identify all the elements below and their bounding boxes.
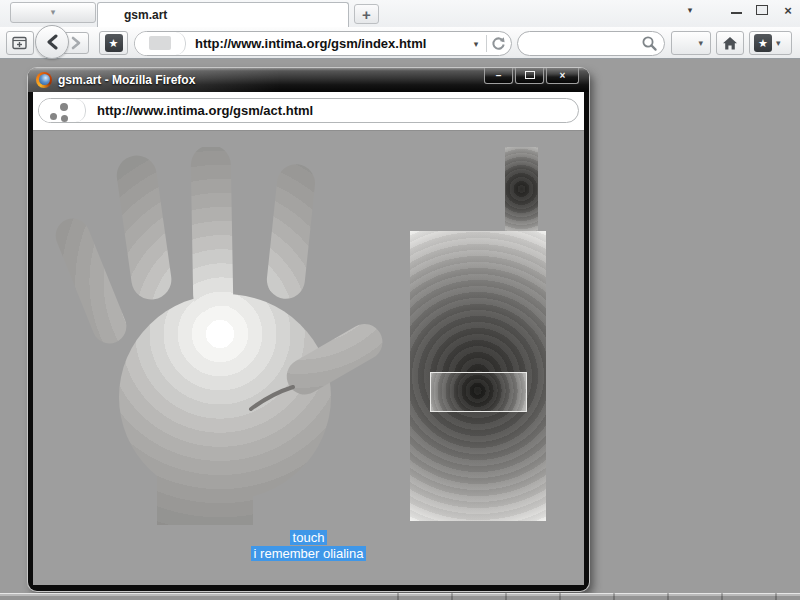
search-input[interactable] bbox=[528, 33, 637, 55]
inner-window-body: http://www.intima.org/gsm/act.html bbox=[33, 92, 584, 585]
downloads-dropdown-button[interactable]: ▾ bbox=[671, 31, 711, 55]
inner-toolbar: http://www.intima.org/gsm/act.html bbox=[33, 92, 584, 131]
url-history-dropdown[interactable]: ▾ bbox=[469, 33, 483, 54]
back-icon bbox=[36, 34, 68, 50]
chevron-down-icon: ▾ bbox=[698, 38, 703, 48]
firefox-icon bbox=[36, 72, 52, 88]
phone-image bbox=[410, 147, 546, 521]
hand-image bbox=[45, 147, 390, 539]
inner-titlebar[interactable]: gsm.art - Mozilla Firefox – × bbox=[28, 68, 589, 92]
chevron-down-icon: ▾ bbox=[51, 7, 56, 17]
link-lines: touch i remember olialina bbox=[33, 529, 584, 561]
new-window-button[interactable] bbox=[6, 31, 34, 55]
home-button[interactable] bbox=[716, 31, 744, 55]
tab-gsm-art[interactable]: gsm.art bbox=[97, 2, 349, 27]
dot-icon bbox=[61, 115, 68, 122]
inner-minimize-button[interactable]: – bbox=[484, 68, 513, 84]
inner-url-text[interactable]: http://www.intima.org/gsm/act.html bbox=[97, 99, 570, 122]
bookmarks-menu-button[interactable]: ★▾ bbox=[749, 31, 792, 55]
phone-antenna bbox=[505, 147, 538, 231]
inner-url-bar[interactable]: http://www.intima.org/gsm/act.html bbox=[38, 98, 579, 123]
phone-body bbox=[410, 231, 546, 521]
url-bar[interactable]: http://www.intima.org/gsm/index.html ▾ bbox=[134, 31, 512, 56]
star-box-icon: ★ bbox=[105, 34, 123, 52]
inner-window-controls: – × bbox=[484, 68, 579, 84]
taskbar-strip[interactable] bbox=[0, 593, 800, 600]
minimize-icon bbox=[731, 12, 742, 14]
url-text[interactable]: http://www.intima.org/gsm/index.html bbox=[195, 32, 467, 55]
window-restore-button[interactable] bbox=[752, 2, 772, 18]
inner-firefox-window: gsm.art - Mozilla Firefox – × http bbox=[28, 68, 589, 591]
site-identity-box[interactable] bbox=[135, 32, 186, 55]
new-tab-button[interactable]: + bbox=[354, 4, 379, 24]
reload-button[interactable] bbox=[488, 34, 508, 53]
home-icon bbox=[717, 36, 743, 51]
window-plus-icon bbox=[7, 36, 33, 50]
dot-icon bbox=[60, 103, 68, 111]
page-favicon-placeholder bbox=[149, 36, 171, 50]
phone-screen bbox=[431, 373, 526, 411]
maximize-icon bbox=[525, 71, 535, 79]
navigation-toolbar: ★ http://www.intima.org/gsm/index.html ▾ bbox=[0, 27, 800, 59]
reload-icon bbox=[488, 35, 508, 52]
intima-favicon bbox=[39, 99, 86, 122]
taskbar-buttons-edge bbox=[345, 593, 800, 600]
window-close-button[interactable]: × bbox=[778, 2, 798, 18]
browser-viewport: gsm.art - Mozilla Firefox – × http bbox=[0, 59, 800, 600]
tab-title: gsm.art bbox=[124, 8, 167, 22]
link-touch[interactable]: touch bbox=[290, 530, 328, 545]
search-icon[interactable] bbox=[641, 35, 658, 52]
url-separator bbox=[486, 35, 487, 52]
window-minimize-button[interactable] bbox=[726, 2, 746, 18]
tab-strip: ▾ gsm.art + ▾ × bbox=[0, 0, 800, 27]
toolbar-overflow-button[interactable]: ▾ bbox=[680, 2, 700, 18]
tab-groups-button[interactable]: ▾ bbox=[10, 2, 96, 23]
restore-icon bbox=[756, 5, 768, 15]
search-box[interactable] bbox=[517, 31, 665, 56]
back-button[interactable] bbox=[35, 25, 69, 59]
inner-window-title: gsm.art - Mozilla Firefox bbox=[58, 68, 195, 92]
dot-icon bbox=[50, 113, 57, 120]
bookmark-star-icon: ★ bbox=[754, 34, 772, 52]
inner-maximize-button[interactable] bbox=[515, 68, 544, 84]
bookmarks-sidebar-button[interactable]: ★ bbox=[99, 31, 128, 55]
chevron-down-icon: ▾ bbox=[776, 38, 781, 48]
screen: ▾ gsm.art + ▾ × bbox=[0, 0, 800, 600]
inner-page-content: touch i remember olialina bbox=[33, 131, 584, 585]
inner-close-button[interactable]: × bbox=[546, 68, 579, 84]
link-remember[interactable]: i remember olialina bbox=[251, 546, 367, 561]
